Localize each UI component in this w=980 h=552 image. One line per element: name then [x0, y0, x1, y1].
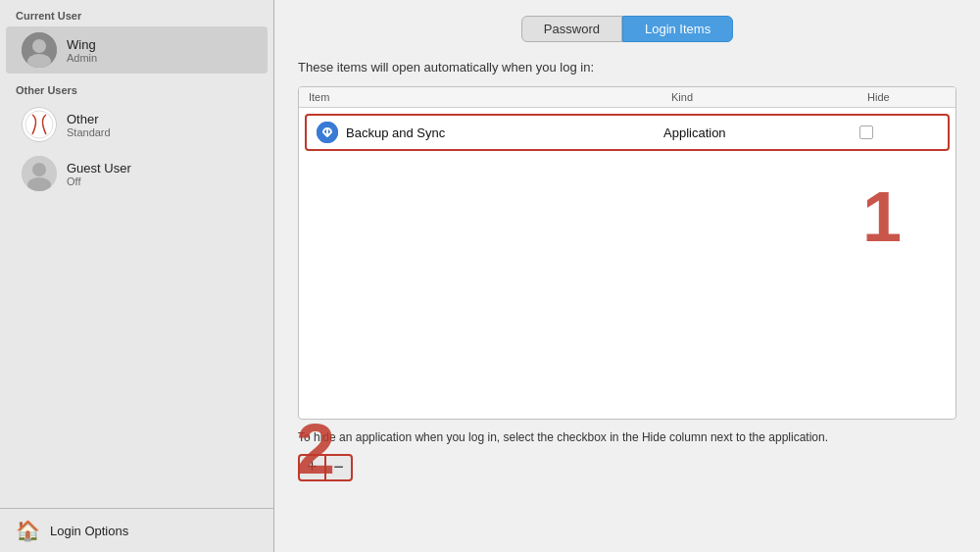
avatar-wing	[22, 32, 57, 68]
remove-button[interactable]: −	[325, 454, 353, 481]
item-kind: Application	[663, 125, 859, 140]
table-body: Backup and Sync Application	[299, 108, 956, 419]
login-items-table: Item Kind Hide Backup and Sync Applicati…	[298, 86, 956, 420]
avatar-guest	[22, 156, 57, 191]
footer-help-text: To hide an application when you log in, …	[298, 429, 847, 446]
main-content: Password Login Items These items will op…	[274, 0, 980, 552]
wing-role: Admin	[67, 52, 97, 64]
column-header-item: Item	[309, 91, 671, 103]
wing-user-info: Wing Admin	[67, 37, 97, 64]
other-name: Other	[67, 112, 111, 126]
current-user-section-label: Current User	[0, 0, 273, 25]
table-row[interactable]: Backup and Sync Application	[305, 114, 950, 151]
table-header: Item Kind Hide	[299, 87, 956, 108]
svg-point-1	[32, 39, 46, 53]
other-role: Standard	[67, 126, 111, 138]
avatar-other	[22, 107, 57, 142]
hide-checkbox[interactable]	[859, 125, 873, 139]
house-icon: 🏠	[16, 519, 40, 542]
other-user-info: Other Standard	[67, 112, 111, 138]
tab-bar: Password Login Items	[298, 16, 956, 42]
tab-password[interactable]: Password	[521, 16, 622, 42]
sidebar: Current User Wing Admin Other Users Othe…	[0, 0, 274, 552]
svg-point-5	[32, 163, 46, 176]
row-item-cell: Backup and Sync	[317, 122, 663, 143]
svg-point-3	[25, 111, 53, 138]
hide-checkbox-cell	[859, 125, 938, 139]
column-header-kind: Kind	[671, 91, 867, 103]
sidebar-item-guest[interactable]: Guest User Off	[6, 150, 268, 197]
wing-name: Wing	[67, 37, 97, 52]
sidebar-item-other[interactable]: Other Standard	[6, 101, 268, 148]
other-users-section-label: Other Users	[0, 75, 273, 100]
guest-name: Guest User	[67, 161, 131, 176]
backup-sync-icon	[317, 122, 338, 143]
description-text: These items will open automatically when…	[298, 60, 956, 75]
item-name: Backup and Sync	[346, 125, 445, 140]
column-header-hide: Hide	[867, 91, 946, 103]
login-options-label: Login Options	[50, 524, 128, 538]
add-remove-bar: + −	[298, 454, 956, 481]
login-options-item[interactable]: 🏠 Login Options	[0, 508, 273, 552]
add-button[interactable]: +	[298, 454, 325, 481]
tab-login-items[interactable]: Login Items	[622, 16, 733, 42]
guest-user-info: Guest User Off	[67, 161, 131, 187]
sidebar-item-wing[interactable]: Wing Admin	[6, 26, 268, 74]
guest-role: Off	[67, 176, 131, 187]
